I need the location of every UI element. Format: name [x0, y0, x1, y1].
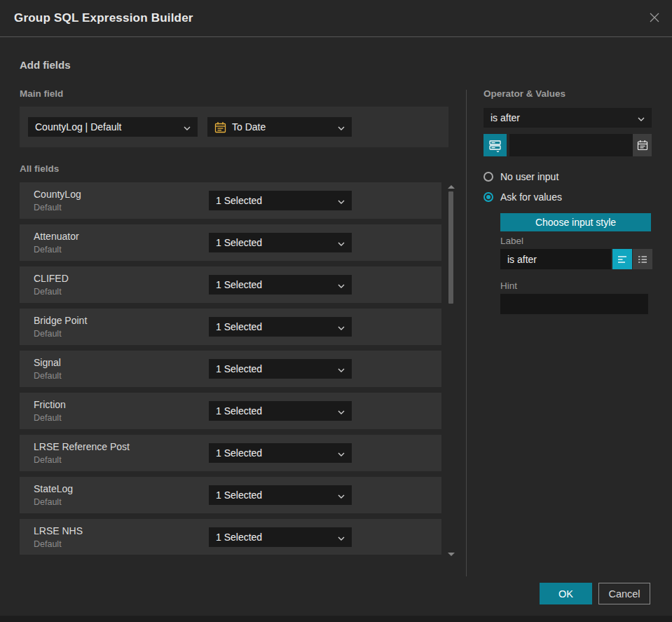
add-fields-heading: Add fields [20, 59, 71, 71]
dialog-bottom-edge [0, 616, 672, 622]
align-left-icon [617, 254, 628, 265]
chevron-down-icon [334, 363, 345, 374]
scroll-down-arrow[interactable] [448, 553, 455, 556]
date-picker-button[interactable] [633, 134, 652, 156]
main-date-select[interactable]: To Date [207, 117, 352, 137]
dialog-header: Group SQL Expression Builder [0, 0, 672, 37]
chevron-down-icon [179, 121, 191, 133]
chevron-down-icon [334, 405, 345, 417]
radio-no-user-input-label: No user input [500, 171, 558, 182]
all-fields-label: All fields [20, 163, 59, 174]
chevron-down-icon [334, 121, 345, 133]
field-row: LRSE NHS Default 1 Selected [20, 519, 441, 555]
main-date-select-value: To Date [232, 121, 328, 133]
field-selected-dropdown[interactable]: 1 Selected [209, 317, 352, 337]
field-name: LRSE NHS [34, 525, 83, 536]
field-selected-value: 1 Selected [216, 321, 334, 332]
field-subtitle: Default [34, 203, 62, 212]
field-selected-value: 1 Selected [216, 279, 334, 290]
field-selected-dropdown[interactable]: 1 Selected [209, 527, 352, 547]
field-subtitle: Default [34, 455, 62, 465]
dialog-title: Group SQL Expression Builder [14, 11, 193, 25]
radio-no-user-input[interactable]: No user input [484, 171, 558, 182]
cancel-button[interactable]: Cancel [598, 583, 650, 604]
group-sql-expression-builder-dialog: Group SQL Expression Builder Add fields … [0, 0, 672, 622]
chevron-down-icon [334, 532, 345, 543]
field-selected-value: 1 Selected [216, 363, 334, 374]
field-selected-value: 1 Selected [216, 195, 334, 206]
field-selected-dropdown[interactable]: 1 Selected [209, 401, 352, 421]
chevron-down-icon [334, 195, 345, 206]
field-selected-value: 1 Selected [216, 405, 334, 417]
close-button[interactable] [647, 11, 662, 27]
field-selected-dropdown[interactable]: 1 Selected [209, 191, 352, 210]
input-style-list-button[interactable] [633, 249, 652, 269]
field-subtitle: Default [34, 413, 62, 423]
calendar-icon [214, 121, 226, 133]
hint-input[interactable] [500, 294, 648, 314]
radio-circle-icon [484, 172, 493, 182]
radio-selected-icon [484, 192, 493, 202]
input-style-text-button[interactable] [612, 249, 632, 269]
field-name: CountyLog [34, 189, 81, 200]
field-name: Friction [34, 399, 66, 410]
field-selected-dropdown[interactable]: 1 Selected [209, 359, 352, 379]
choose-input-style-button[interactable]: Choose input style [500, 213, 651, 231]
label-input[interactable] [500, 249, 611, 269]
panel-divider [466, 90, 467, 576]
list-icon [637, 254, 648, 265]
field-row: Bridge Point Default 1 Selected [20, 309, 441, 345]
field-selected-value: 1 Selected [216, 447, 334, 459]
radio-ask-for-values-label: Ask for values [500, 191, 562, 203]
scroll-up-arrow[interactable] [448, 185, 455, 189]
chevron-down-icon [633, 112, 645, 123]
scrollbar-thumb[interactable] [448, 191, 453, 304]
field-name: Bridge Point [34, 315, 87, 326]
field-name: StateLog [34, 483, 73, 494]
field-selected-dropdown[interactable]: 1 Selected [209, 233, 352, 252]
field-subtitle: Default [34, 371, 62, 381]
field-row: Attenuator Default 1 Selected [20, 224, 441, 261]
operator-values-heading: Operator & Values [484, 88, 565, 99]
chevron-down-icon [334, 447, 345, 459]
main-field-select[interactable]: CountyLog | Default [28, 117, 198, 137]
field-name: CLIFED [34, 273, 69, 284]
calendar-icon [637, 140, 648, 151]
stacked-values-icon [488, 139, 502, 152]
field-name: LRSE Reference Post [34, 441, 130, 452]
field-subtitle: Default [34, 287, 62, 297]
field-name: Attenuator [34, 231, 79, 242]
list-scrollbar[interactable] [447, 184, 455, 560]
all-fields-list: CountyLog Default 1 Selected Attenuator … [20, 182, 441, 555]
chevron-down-icon [334, 489, 345, 501]
field-row: Friction Default 1 Selected [20, 393, 441, 429]
field-selected-dropdown[interactable]: 1 Selected [209, 275, 352, 295]
field-row: CLIFED Default 1 Selected [20, 266, 441, 303]
field-selected-dropdown[interactable]: 1 Selected [209, 485, 352, 505]
operator-select[interactable]: is after [484, 108, 652, 128]
radio-ask-for-values[interactable]: Ask for values [484, 191, 562, 203]
chevron-down-icon [334, 279, 345, 290]
ok-button[interactable]: OK [540, 583, 592, 604]
value-mode-button[interactable] [484, 134, 507, 156]
operator-select-value: is after [491, 112, 633, 123]
close-icon [649, 12, 660, 26]
main-field-panel: CountyLog | Default To Date [20, 107, 448, 147]
label-caption: Label [500, 236, 523, 246]
chevron-down-icon [334, 321, 345, 332]
field-row: CountyLog Default 1 Selected [20, 182, 441, 219]
field-selected-value: 1 Selected [216, 532, 334, 543]
field-selected-value: 1 Selected [216, 237, 334, 248]
chevron-down-icon [334, 237, 345, 248]
field-selected-value: 1 Selected [216, 489, 334, 501]
main-field-select-value: CountyLog | Default [35, 121, 179, 133]
field-subtitle: Default [34, 539, 62, 549]
value-input[interactable] [509, 134, 633, 156]
hint-caption: Hint [500, 280, 517, 291]
field-row: LRSE Reference Post Default 1 Selected [20, 435, 441, 471]
field-subtitle: Default [34, 329, 62, 339]
field-subtitle: Default [34, 497, 62, 507]
field-name: Signal [34, 357, 61, 368]
main-field-label: Main field [20, 88, 63, 99]
field-selected-dropdown[interactable]: 1 Selected [209, 443, 352, 463]
